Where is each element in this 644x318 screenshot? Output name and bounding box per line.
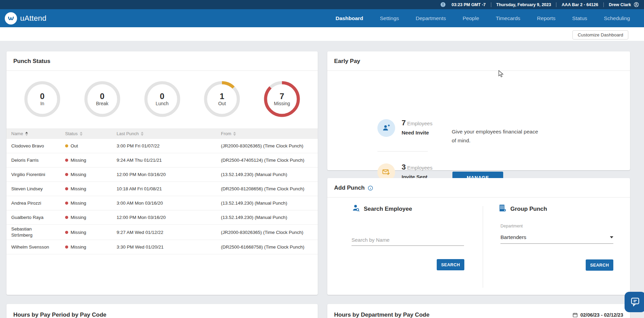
cell-last-punch: 3:00 PM Fri 01/07/22	[117, 143, 221, 148]
brand-logo[interactable]: uAttend	[5, 12, 46, 25]
cell-status: Missing	[65, 158, 117, 163]
table-row[interactable]: Gualberto Raya Missing 12:00 PM Mon 03/1…	[6, 210, 318, 225]
user-icon	[633, 2, 639, 7]
table-row[interactable]: Wilhelm Svensson Missing 3:30 PM Wed 01/…	[6, 240, 318, 254]
customize-dashboard-button[interactable]: Customize Dashboard	[572, 30, 628, 39]
uattend-logo-icon	[5, 12, 17, 25]
cell-from: (DR2500-61668758) (Time Clock Punch)	[221, 244, 318, 250]
need-invite-label: Need Invite	[402, 130, 432, 136]
hours-by-pay-period-card: Hours by Pay Period by Pay Code	[6, 304, 318, 318]
cell-last-punch: 9:24 AM Thu 01/21/21	[117, 158, 221, 163]
column-header-name[interactable]: Name	[6, 131, 65, 136]
brand-name: uAttend	[20, 14, 46, 23]
punch-donut-lunch: 0Lunch	[144, 81, 180, 117]
table-row[interactable]: Andrea Pirozzi Missing 3:00 AM Mon 03/16…	[6, 196, 318, 210]
punch-donut-out: 1Out	[204, 81, 240, 117]
cell-name: Deloris Farris	[6, 156, 65, 165]
cell-from: (13.52.149.230) (Manual Punch)	[221, 201, 318, 206]
cell-status: Missing	[65, 172, 117, 177]
nav-item-scheduling[interactable]: Scheduling	[604, 15, 630, 21]
table-row[interactable]: Clodoveo Bravo Out 3:00 PM Fri 01/07/22 …	[6, 139, 318, 153]
group-punch-heading: Group Punch	[510, 206, 547, 212]
cell-name: Wilhelm Svensson	[6, 243, 65, 252]
invite-sent-stat: 3Employees Invite Sent	[402, 163, 432, 180]
search-employee-heading: Search Employee	[364, 206, 412, 212]
cell-name: Sebastian Stršmberg	[6, 225, 65, 240]
user-name: Drew Clark	[609, 2, 631, 7]
sub-header: Customize Dashboard	[0, 27, 644, 41]
column-header-status[interactable]: Status	[65, 131, 117, 136]
department-value: Bartenders	[500, 234, 526, 240]
calendar-icon	[572, 312, 578, 318]
table-row[interactable]: Virgilio Fiorentini Missing 12:00 PM Mon…	[6, 168, 318, 182]
nav-item-settings[interactable]: Settings	[380, 15, 399, 21]
top-status-bar: 03:23 PM GMT -7 Thursday, February 9, 20…	[0, 0, 644, 9]
status-dot-icon	[65, 245, 68, 249]
cell-last-punch: 12:00 PM Mon 03/16/20	[117, 172, 221, 177]
column-header-from[interactable]: From	[221, 131, 318, 136]
sort-icon	[233, 132, 236, 136]
hours-pay-period-title: Hours by Pay Period by Pay Code	[13, 312, 106, 318]
topbar-divider	[491, 2, 491, 7]
cell-status: Missing	[65, 230, 117, 235]
topbar-divider	[556, 2, 556, 7]
punch-status-card: Punch Status 0In 0Break 0Lunch 1Out 7Mis…	[6, 51, 318, 295]
current-date: Thursday, February 9, 2023	[496, 2, 551, 7]
cell-name: Virgilio Fiorentini	[6, 170, 65, 179]
person-search-icon	[351, 204, 360, 214]
cell-from: (JR2000-83026365) (Time Clock Punch)	[221, 230, 318, 235]
cell-from: (JR2000-83026365) (Time Clock Punch)	[221, 143, 318, 148]
info-icon[interactable]	[368, 185, 373, 191]
search-employee-input[interactable]	[351, 236, 464, 246]
table-row[interactable]: Sebastian Stršmberg Missing 9:27 AM Wed …	[6, 225, 318, 240]
early-pay-description: Give your employees financial peace of m…	[452, 127, 544, 145]
user-menu[interactable]: Drew Clark	[609, 2, 639, 7]
search-employee-button[interactable]: SEARCH	[437, 259, 464, 270]
cell-status: Missing	[65, 186, 117, 191]
building-icon	[498, 204, 507, 214]
table-row[interactable]: Deloris Farris Missing 9:24 AM Thu 01/21…	[6, 153, 318, 168]
date-range-text: 02/06/23 - 02/12/23	[580, 312, 623, 318]
nav-item-departments[interactable]: Departments	[416, 15, 446, 21]
nav-item-people[interactable]: People	[463, 15, 479, 21]
cell-name: Steven Lindsey	[6, 185, 65, 193]
department-select[interactable]: Bartenders	[500, 234, 613, 244]
stat-divider	[377, 151, 428, 152]
chat-bubble-icon	[630, 297, 641, 307]
person-add-icon	[377, 119, 395, 137]
chat-widget-button[interactable]	[625, 292, 644, 312]
nav-item-timecards[interactable]: Timecards	[496, 15, 520, 21]
alert-icon[interactable]	[440, 2, 446, 7]
cell-last-punch: 10:18 AM Fri 01/08/21	[117, 186, 221, 191]
sort-asc-icon	[25, 132, 28, 136]
cell-from: (13.52.149.230) (Manual Punch)	[221, 215, 318, 220]
need-invite-count: 7	[402, 118, 406, 127]
column-header-last-punch[interactable]: Last Punch	[117, 131, 221, 136]
early-pay-card: Early Pay 7Employees Need Invite 3Employ…	[327, 51, 630, 170]
status-dot-icon	[65, 231, 68, 234]
cell-from: (DR2500-47405124) (Time Clock Punch)	[221, 158, 318, 163]
mouse-cursor	[498, 70, 505, 79]
group-punch-search-button[interactable]: SEARCH	[586, 259, 613, 271]
cell-name: Gualberto Raya	[6, 213, 65, 222]
punch-donut-in: 0In	[24, 81, 60, 117]
nav-item-status[interactable]: Status	[572, 15, 587, 21]
status-dot-icon	[65, 144, 68, 147]
cell-from: (DR2500-81208656) (Time Clock Punch)	[221, 186, 318, 191]
chevron-down-icon	[610, 236, 613, 238]
punch-status-title: Punch Status	[6, 51, 318, 71]
cell-last-punch: 3:00 AM Mon 03/16/20	[117, 201, 221, 206]
status-dot-icon	[65, 216, 68, 219]
nav-item-reports[interactable]: Reports	[537, 15, 555, 21]
table-row[interactable]: Steven Lindsey Missing 10:18 AM Fri 01/0…	[6, 182, 318, 196]
punch-status-table: Name Status Last Punch From Clodoveo Bra…	[6, 128, 318, 254]
cell-status: Missing	[65, 215, 117, 220]
date-range-picker[interactable]: 02/06/23 - 02/12/23	[572, 312, 623, 318]
cell-status: Missing	[65, 244, 117, 250]
cell-name: Clodoveo Bravo	[6, 142, 65, 150]
account-name[interactable]: AAA Bar 2 - 64126	[561, 2, 598, 7]
nav-item-dashboard[interactable]: Dashboard	[335, 15, 363, 21]
cell-last-punch: 12:00 PM Mon 03/16/20	[117, 215, 221, 220]
invite-sent-count: 3	[402, 163, 406, 171]
status-dot-icon	[65, 202, 68, 205]
